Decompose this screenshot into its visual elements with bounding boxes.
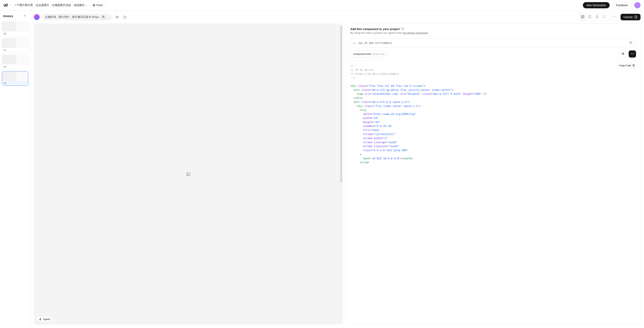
history-thumb — [2, 22, 28, 31]
visibility-label: Public — [96, 4, 103, 6]
code-view-button[interactable] — [629, 50, 636, 58]
clipboard-icon — [629, 41, 632, 44]
canvas-button[interactable]: Canvas — [620, 14, 640, 20]
layout-icon — [634, 15, 638, 19]
canvas-label: Canvas — [624, 15, 633, 19]
dots-horizontal-icon — [613, 15, 616, 18]
svg-point-13 — [622, 53, 624, 54]
file-tab-row: component.html (read-only) — [350, 50, 636, 58]
preview-panel: Speed — [34, 23, 343, 325]
project-title[interactable]: 一个图片展示页，左边是图片，右侧是图片信息，包括换灯… — [14, 3, 87, 7]
history-thumb — [2, 71, 28, 81]
sidebar-title: History — [3, 14, 13, 18]
file-name: component.html — [353, 52, 371, 55]
thumbs-down-icon — [115, 15, 118, 19]
logo[interactable]: v0 — [4, 3, 8, 8]
history-label: v3 — [2, 81, 28, 85]
history-sidebar: History v0 v1 v2 v3 — [0, 11, 30, 328]
history-label: v2 — [2, 64, 28, 69]
copy-install-button[interactable] — [628, 40, 633, 45]
install-command: npx v0 add o5s7c3A0Kia — [358, 41, 626, 44]
file-tab[interactable]: component.html (read-only) — [350, 51, 388, 57]
globe-icon — [92, 4, 95, 6]
atom-icon — [622, 52, 624, 55]
code-subtitle-prefix: By using this code or product you agree … — [350, 31, 402, 34]
header-bar: v0 / 一个图片展示页，左边是图片，右侧是图片信息，包括换灯… Public … — [0, 0, 644, 11]
svg-point-9 — [187, 173, 188, 174]
assistant-avatar — [34, 14, 40, 20]
header-left: v0 / 一个图片展示页，左边是图片，右侧是图片信息，包括换灯… Public — [4, 3, 106, 8]
history-label: v1 — [2, 48, 28, 52]
feedback-button[interactable]: Feedback — [612, 2, 632, 8]
viewport-tablet-button[interactable] — [586, 14, 593, 20]
smartphone-icon — [595, 15, 598, 18]
code-content: <!-- // v0 by Vercel. // https://v0.dev/… — [346, 60, 640, 172]
monitor-icon — [581, 15, 584, 18]
svg-point-6 — [615, 16, 616, 17]
code-title: Add this component to your project — [350, 27, 400, 31]
image-icon — [186, 172, 190, 176]
svg-point-5 — [614, 16, 614, 17]
history-thumb — [2, 55, 28, 64]
svg-rect-11 — [630, 42, 632, 44]
svg-point-12 — [623, 53, 623, 54]
visibility-pill[interactable]: Public — [90, 3, 106, 7]
viewport-group — [578, 13, 608, 21]
history-item-v1[interactable]: v1 — [2, 38, 28, 53]
chevrons-left-icon — [23, 14, 26, 17]
new-generation-button[interactable]: New Generation — [583, 2, 610, 8]
history-item-v0[interactable]: v0 — [2, 22, 28, 36]
code-header: Add this component to your project By us… — [346, 24, 640, 36]
history-item-v3[interactable]: v3 — [2, 71, 28, 86]
lightning-icon — [39, 318, 42, 321]
svg-point-4 — [613, 16, 614, 17]
preview-scrollbar[interactable] — [340, 26, 342, 182]
history-item-v2[interactable]: v2 — [2, 55, 28, 69]
toolbar: 左侧区域，图片局中，图片最高高度为 600px，宽度… Canvas — [30, 11, 644, 23]
fullscreen-button[interactable] — [601, 14, 607, 20]
more-button[interactable] — [610, 13, 618, 21]
tablet-icon — [588, 15, 592, 18]
copy-code-button[interactable]: Copy Code — [617, 63, 637, 68]
speed-pill[interactable]: Speed — [36, 317, 53, 322]
copy-code-label: Copy Code — [619, 64, 631, 67]
svg-rect-1 — [581, 16, 584, 17]
code-panel: Add this component to your project By us… — [346, 23, 640, 325]
speed-label: Speed — [43, 318, 50, 321]
code-body[interactable]: Copy Code <!-- // v0 by Vercel. // https… — [346, 60, 640, 324]
prompt-pill[interactable]: 左侧区域，图片局中，图片最高高度为 600px，宽度… — [42, 14, 112, 20]
maximize-icon — [602, 15, 606, 18]
info-icon[interactable] — [401, 27, 404, 31]
loading-spinner — [167, 153, 210, 195]
viewport-desktop-button[interactable] — [579, 14, 586, 20]
file-readonly-label: (read-only) — [372, 52, 384, 55]
refresh-icon — [123, 15, 126, 19]
svg-rect-16 — [633, 65, 635, 66]
file-actions — [619, 50, 636, 58]
pre-release-link[interactable]: pre-release agreement — [402, 31, 428, 34]
code-subtitle: By using this code or product you agree … — [350, 31, 636, 34]
breadcrumb-slash: / — [10, 3, 11, 7]
install-command-box[interactable]: >_ npx v0 add o5s7c3A0Kia — [350, 38, 636, 48]
code-icon — [631, 52, 634, 55]
sidebar-header: History — [2, 13, 28, 20]
viewport-mobile-button[interactable] — [594, 14, 600, 20]
terminal-icon: >_ — [353, 41, 356, 44]
user-avatar[interactable] — [634, 2, 640, 8]
svg-rect-7 — [635, 16, 637, 18]
thumbs-down-button[interactable] — [114, 14, 120, 20]
clipboard-icon — [632, 64, 635, 67]
history-label: v0 — [2, 31, 28, 36]
header-right: New Generation Feedback — [583, 2, 640, 8]
collapse-sidebar-button[interactable] — [22, 13, 27, 19]
workspace: Speed Add this component to your project… — [30, 23, 644, 328]
regenerate-button[interactable] — [122, 14, 128, 20]
main-area: 左侧区域，图片局中，图片最高高度为 600px，宽度… Canvas — [30, 11, 644, 328]
react-view-button[interactable] — [619, 50, 627, 58]
history-thumb — [2, 38, 28, 48]
